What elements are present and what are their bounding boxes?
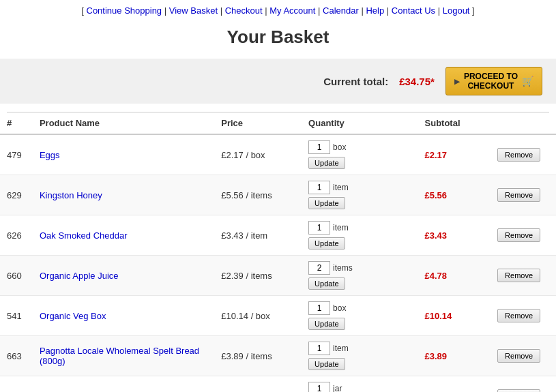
current-total-label: Current total: — [323, 76, 388, 87]
update-button[interactable]: Update — [308, 237, 345, 250]
update-button[interactable]: Update — [308, 197, 345, 209]
row-id: 660 — [0, 256, 33, 296]
row-action: Remove — [491, 256, 556, 296]
nav-link-view-basket[interactable]: View Basket — [169, 5, 218, 16]
row-product-name: Oak Smoked Cheddar — [33, 215, 214, 256]
row-id: 541 — [0, 296, 33, 336]
nav-link-checkout[interactable]: Checkout — [225, 5, 263, 16]
product-link[interactable]: Organic Veg Box — [40, 311, 106, 321]
col-header-name: Product Name — [33, 112, 214, 134]
table-row: 629 Kingston Honey £5.56 / items item Up… — [0, 175, 556, 215]
row-action: Remove — [491, 215, 556, 256]
col-header-id: # — [0, 112, 33, 134]
col-header-subtotal: Subtotal — [418, 112, 491, 134]
qty-input[interactable] — [308, 301, 330, 315]
row-qty-cell: jar Update — [302, 376, 418, 393]
nav-bracket-close: ] — [472, 5, 475, 16]
remove-button[interactable]: Remove — [497, 269, 540, 282]
row-action: Remove — [491, 134, 556, 175]
product-link[interactable]: Oak Smoked Cheddar — [40, 230, 128, 241]
row-product-name: Pagnotta Locale Wholemeal Spelt Bread (8… — [33, 336, 214, 376]
remove-button[interactable]: Remove — [497, 309, 540, 322]
nav-sep-2: | — [220, 5, 225, 16]
nav-sep-1: | — [164, 5, 169, 16]
product-link[interactable]: Eggs — [40, 150, 60, 160]
nav-link-my-account[interactable]: My Account — [269, 5, 315, 16]
qty-unit: jar — [333, 384, 342, 392]
nav-link-help[interactable]: Help — [366, 5, 384, 16]
table-row: 663 Pagnotta Locale Wholemeal Spelt Brea… — [0, 336, 556, 376]
remove-button[interactable]: Remove — [497, 228, 540, 242]
row-price: £5.56 / items — [214, 175, 302, 215]
qty-unit: item — [333, 183, 349, 192]
nav-sep-6: | — [387, 5, 392, 16]
remove-button[interactable]: Remove — [497, 389, 540, 392]
nav-sep-7: | — [438, 5, 443, 16]
qty-input[interactable] — [308, 181, 330, 194]
summary-bar: Current total: £34.75* ▶ PROCEED TOCHECK… — [0, 59, 556, 104]
row-subtotal: £3.89 — [418, 336, 491, 376]
row-subtotal: £4.78 — [418, 256, 491, 296]
update-button[interactable]: Update — [308, 277, 345, 290]
col-header-action — [491, 112, 556, 134]
nav-link-continue-shopping[interactable]: Continue Shopping — [87, 5, 162, 16]
row-subtotal: £10.14 — [418, 296, 491, 336]
qty-input[interactable] — [308, 140, 330, 154]
proceed-to-checkout-button[interactable]: ▶ PROCEED TOCHECKOUT 🛒 — [445, 67, 542, 95]
row-subtotal: £3.78 — [418, 376, 491, 393]
row-action: Remove — [491, 175, 556, 215]
update-button[interactable]: Update — [308, 157, 345, 169]
row-price: £3.89 / items — [214, 336, 302, 376]
remove-button[interactable]: Remove — [497, 349, 540, 363]
update-button[interactable]: Update — [308, 358, 345, 370]
product-link[interactable]: Organic Apple Juice — [40, 271, 119, 281]
row-qty-cell: item Update — [302, 215, 418, 256]
qty-unit: box — [333, 303, 346, 313]
qty-unit: item — [333, 344, 349, 353]
row-price: £10.14 / box — [214, 296, 302, 336]
row-price: £3.78 / jar — [214, 376, 302, 393]
row-price: £2.39 / items — [214, 256, 302, 296]
table-row: 671 Three-Fruit Marmalade £3.78 / jar ja… — [0, 376, 556, 393]
row-product-name: Eggs — [33, 134, 214, 175]
col-header-price: Price — [214, 112, 302, 134]
update-button[interactable]: Update — [308, 318, 345, 330]
qty-unit: box — [333, 142, 346, 152]
row-id: 626 — [0, 215, 33, 256]
remove-button[interactable]: Remove — [497, 188, 540, 202]
table-row: 541 Organic Veg Box £10.14 / box box Upd… — [0, 296, 556, 336]
remove-button[interactable]: Remove — [497, 148, 540, 162]
qty-input[interactable] — [308, 221, 330, 235]
row-action: Remove — [491, 296, 556, 336]
row-action: Remove — [491, 376, 556, 393]
row-subtotal: £3.43 — [418, 215, 491, 256]
basket-body: 479 Eggs £2.17 / box box Update £2.17 Re… — [0, 134, 556, 392]
col-header-qty: Quantity — [302, 112, 418, 134]
page-title: Your Basket — [0, 20, 556, 59]
product-link[interactable]: Pagnotta Locale Wholemeal Spelt Bread (8… — [40, 346, 199, 366]
row-qty-cell: items Update — [302, 256, 418, 296]
row-qty-cell: box Update — [302, 134, 418, 175]
total-amount: £34.75* — [399, 76, 435, 87]
row-id: 479 — [0, 134, 33, 175]
qty-input[interactable] — [308, 342, 330, 355]
top-nav: [ Continue Shopping | View Basket | Chec… — [0, 0, 556, 20]
nav-link-calendar[interactable]: Calendar — [323, 5, 359, 16]
qty-input[interactable] — [308, 382, 330, 392]
basket-table: # Product Name Price Quantity Subtotal 4… — [0, 112, 556, 392]
nav-bracket-open: [ — [81, 5, 86, 16]
nav-link-logout[interactable]: Logout — [443, 5, 470, 16]
product-link[interactable]: Kingston Honey — [40, 190, 102, 200]
table-row: 479 Eggs £2.17 / box box Update £2.17 Re… — [0, 134, 556, 175]
row-qty-cell: item Update — [302, 175, 418, 215]
table-row: 660 Organic Apple Juice £2.39 / items it… — [0, 256, 556, 296]
checkout-label: PROCEED TOCHECKOUT — [464, 72, 518, 91]
nav-link-contact-us[interactable]: Contact Us — [392, 5, 435, 16]
row-id: 629 — [0, 175, 33, 215]
qty-input[interactable] — [308, 261, 330, 275]
table-header: # Product Name Price Quantity Subtotal — [0, 112, 556, 134]
row-product-name: Kingston Honey — [33, 175, 214, 215]
play-icon: ▶ — [454, 78, 460, 85]
row-qty-cell: item Update — [302, 336, 418, 376]
row-product-name: Three-Fruit Marmalade — [33, 376, 214, 393]
